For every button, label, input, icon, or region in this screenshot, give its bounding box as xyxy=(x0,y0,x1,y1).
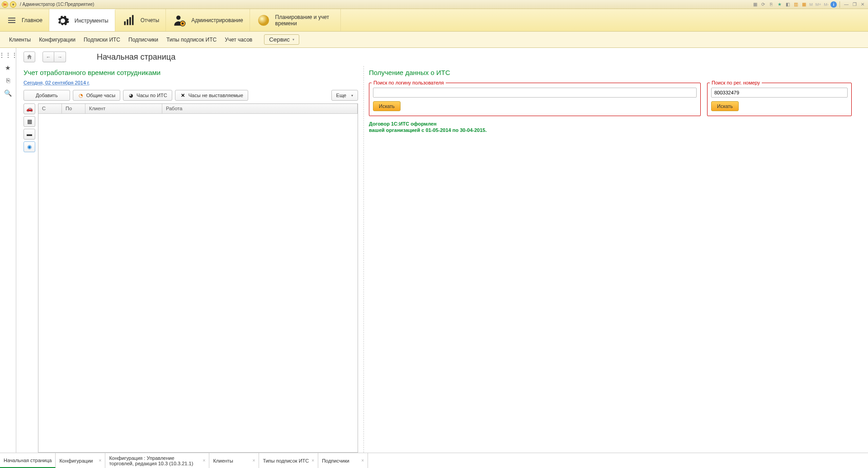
section-reports[interactable]: Отчеты xyxy=(115,9,166,31)
add-button[interactable]: Добавить xyxy=(24,90,70,101)
tab-subscription-types-label: Типы подписок ИТС xyxy=(263,458,309,463)
search-icon[interactable]: 🔍 xyxy=(4,89,13,98)
svg-rect-3 xyxy=(129,17,131,25)
subnav-subscription-types[interactable]: Типы подписок ИТС xyxy=(166,37,217,43)
close-icon[interactable]: × xyxy=(99,458,102,463)
dropdown-icon[interactable]: ▾ xyxy=(10,1,16,8)
common-hours-label: Общие часы xyxy=(86,93,115,98)
tab-configs[interactable]: Конфигурации× xyxy=(56,453,105,468)
contract-line1: Договор 1С:ИТС оформлен xyxy=(369,121,852,127)
gear-icon: 1c xyxy=(56,14,70,28)
right-panel-title: Получение данных о ИТС xyxy=(369,69,852,76)
tab-subscription-types[interactable]: Типы подписок ИТС× xyxy=(259,453,318,468)
section-bar: Главное 1c Инструменты Отчеты Администри… xyxy=(0,9,868,32)
col-to[interactable]: По xyxy=(62,104,85,113)
memory-m-plus[interactable]: M+ xyxy=(815,2,822,7)
col-from[interactable]: С xyxy=(38,104,62,113)
section-tools[interactable]: 1c Инструменты xyxy=(49,9,115,31)
search-login-input[interactable] xyxy=(373,88,697,98)
calendar-icon[interactable]: ▦ xyxy=(800,1,807,8)
section-planning[interactable]: Планирование и учет времени xyxy=(250,9,341,31)
svg-point-8 xyxy=(258,15,269,26)
sphere-icon xyxy=(256,13,271,28)
clock-orange-icon: ◔ xyxy=(78,92,84,98)
nonbillable-hours-button[interactable]: ✕Часы не выставляемые xyxy=(175,90,248,101)
subnav-clients[interactable]: Клиенты xyxy=(9,37,31,43)
section-planning-label: Планирование и учет времени xyxy=(275,14,334,27)
svg-rect-1 xyxy=(124,21,126,25)
section-admin[interactable]: Администрирование xyxy=(166,9,250,31)
calculator-icon[interactable]: ▥ xyxy=(792,1,799,8)
tab-clients[interactable]: Клиенты× xyxy=(209,453,259,468)
close-icon[interactable]: × xyxy=(203,458,206,463)
nav-back-button[interactable]: ← xyxy=(42,51,54,62)
its-hours-label: Часы по ИТС xyxy=(137,93,167,98)
more-button[interactable]: Еще xyxy=(331,90,358,101)
tab-clients-label: Клиенты xyxy=(213,458,233,463)
memory-m[interactable]: M xyxy=(808,2,814,7)
tab-subscribers[interactable]: Подписчики× xyxy=(318,453,368,468)
teamviewer-icon[interactable]: ◉ xyxy=(24,141,35,152)
col-work[interactable]: Работа xyxy=(162,104,358,113)
search-reg-button-label: Искать xyxy=(717,103,733,109)
info-icon[interactable]: i xyxy=(830,1,837,8)
add-button-label: Добавить xyxy=(36,93,58,98)
section-reports-label: Отчеты xyxy=(141,17,159,23)
nav-home-button[interactable] xyxy=(24,51,35,62)
bottom-tabs: Начальная страница Конфигурации× Конфигу… xyxy=(0,453,868,468)
tb-icon-3[interactable]: ⎘ xyxy=(768,1,775,8)
col-client[interactable]: Клиент xyxy=(85,104,162,113)
search-reg-input[interactable] xyxy=(711,88,848,98)
tb-icon-1[interactable]: ▦ xyxy=(751,1,759,8)
apps-icon[interactable]: ⋮⋮⋮ xyxy=(4,51,13,60)
tab-config-trade[interactable]: Конфигурация : Управление торговлей, ред… xyxy=(105,453,209,468)
search-login-button[interactable]: Искать xyxy=(373,101,401,111)
tab-subscribers-label: Подписчики xyxy=(322,458,349,463)
nonbillable-hours-label: Часы не выставляемые xyxy=(189,93,243,98)
subnav-subscriptions-its[interactable]: Подписки ИТС xyxy=(84,37,120,43)
subnav-service-label: Сервис xyxy=(269,36,290,43)
time-grid: С По Клиент Работа xyxy=(38,103,358,453)
bars-icon xyxy=(122,13,136,28)
minimize-icon[interactable]: — xyxy=(843,1,850,8)
tb-icon-4[interactable]: ◧ xyxy=(784,1,791,8)
close-icon[interactable]: × xyxy=(361,458,364,463)
maximize-icon[interactable]: ❐ xyxy=(851,1,858,8)
app-1c-icon: 1c xyxy=(2,1,8,8)
contract-line2: вашей организацией c 01-05-2014 по 30-04… xyxy=(369,127,852,133)
svg-rect-2 xyxy=(127,19,128,25)
grid-icon[interactable]: ▦ xyxy=(24,116,35,127)
tab-start-page[interactable]: Начальная страница xyxy=(0,453,56,468)
subnav-service-button[interactable]: Сервис xyxy=(264,34,299,45)
svg-rect-4 xyxy=(132,15,134,25)
tb-icon-2[interactable]: ⟳ xyxy=(760,1,767,8)
section-main-label: Главное xyxy=(22,17,42,23)
close-icon[interactable]: × xyxy=(311,458,314,463)
nav-forward-button[interactable]: → xyxy=(54,51,66,62)
favorite-icon[interactable]: ★ xyxy=(776,1,783,8)
svg-point-5 xyxy=(176,15,180,19)
its-hours-button[interactable]: ◕Часы по ИТС xyxy=(123,90,172,101)
window-title: / Администратор (1С:Предприятие) xyxy=(20,2,94,7)
subnav-configs[interactable]: Конфигурации xyxy=(39,37,75,43)
x-icon: ✕ xyxy=(180,92,186,98)
clipboard-icon[interactable]: ⎘ xyxy=(4,76,13,85)
more-button-label: Еще xyxy=(336,93,346,98)
left-panel-title: Учет отработанного времени сотрудниками xyxy=(24,69,358,76)
star-icon[interactable]: ★ xyxy=(4,63,13,72)
close-icon[interactable]: × xyxy=(253,458,255,463)
subnav-subscribers[interactable]: Подписчики xyxy=(128,37,158,43)
section-main[interactable]: Главное xyxy=(0,9,49,31)
close-icon[interactable]: ✕ xyxy=(859,1,866,8)
search-reg-button[interactable]: Искать xyxy=(711,101,739,111)
search-reg-label: Поиск по рег. номеру xyxy=(710,80,762,85)
car-icon[interactable]: 🚗 xyxy=(24,103,35,114)
camera-icon[interactable]: ▬ xyxy=(24,129,35,140)
memory-m-minus[interactable]: M- xyxy=(823,2,830,7)
tab-start-page-label: Начальная страница xyxy=(4,458,52,463)
date-link[interactable]: Сегодня, 02 сентября 2014 г. xyxy=(24,80,358,85)
grid-body[interactable] xyxy=(38,114,358,452)
section-tools-label: Инструменты xyxy=(75,18,108,24)
subnav-hours[interactable]: Учет часов xyxy=(225,37,252,43)
common-hours-button[interactable]: ◔Общие часы xyxy=(73,90,120,101)
